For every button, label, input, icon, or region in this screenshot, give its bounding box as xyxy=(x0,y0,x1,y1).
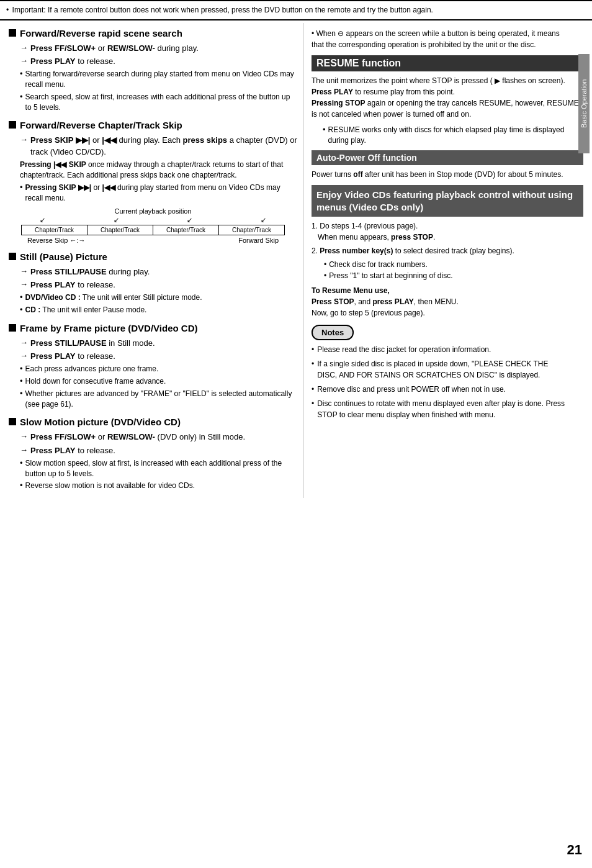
arrow-item: → Press FF/SLOW+ or REW/SLOW- (DVD only)… xyxy=(20,432,297,443)
frame-step2: Press PLAY to release. xyxy=(30,351,115,362)
section-forward-reverse-rapid: Forward/Reverse rapid scene search xyxy=(9,28,297,39)
bullet-item: • Whether pictures are advanced by "FRAM… xyxy=(20,389,297,410)
note4: Disc continues to rotate with menu displ… xyxy=(317,398,568,420)
section-title-still: Still (Pause) Picture xyxy=(20,251,107,263)
still-step1: Press STILL/PAUSE during play. xyxy=(30,266,150,278)
bullet-icon: • xyxy=(20,389,23,398)
note3: Remove disc and press unit POWER off whe… xyxy=(317,384,506,395)
bullet-icon: • xyxy=(20,458,23,468)
notes-header: Notes xyxy=(312,325,354,340)
important-text: Important: If a remote control button do… xyxy=(12,6,433,14)
arrow-item: → Press PLAY to release. xyxy=(20,351,297,362)
resume-content: The unit memorizes the point where STOP … xyxy=(312,75,583,120)
rapid-step1: Press FF/SLOW+ or REW/SLOW- during play. xyxy=(30,43,199,54)
track-cell: Chapter/Track xyxy=(22,225,87,235)
chapter-note1: Pressing SKIP ▶▶| or |◀◀ during play sta… xyxy=(25,183,297,204)
left-column: Forward/Reverse rapid scene search → Pre… xyxy=(0,23,304,498)
bullet-icon: • xyxy=(323,125,326,134)
bullet-item: • Reverse slow motion is not available f… xyxy=(20,481,297,491)
still-step2: Press PLAY to release. xyxy=(30,279,115,291)
bullet-icon: • xyxy=(20,481,23,490)
bullet-item: • CD : The unit will enter Pause mode. xyxy=(20,305,297,315)
arrow4: ↙ xyxy=(261,216,266,224)
important-banner: Important: If a remote control button do… xyxy=(0,0,592,19)
note-bullet: • xyxy=(312,358,314,369)
bullet-item: • Pressing SKIP ▶▶| or |◀◀ during play s… xyxy=(20,183,297,204)
bullet-icon: • xyxy=(20,364,23,373)
section-title-frame: Frame by Frame picture (DVD/Video CD) xyxy=(20,323,197,334)
press-1-text: Press "1" to start at beginning of disc. xyxy=(329,270,452,281)
section-frame-by-frame: Frame by Frame picture (DVD/Video CD) xyxy=(9,323,297,334)
notes-section: Notes • Please read the disc jacket for … xyxy=(312,325,583,420)
frame-note1: Each press advances picture one frame. xyxy=(25,364,159,374)
section-bullet-icon xyxy=(9,121,16,129)
note-bullet: • xyxy=(312,398,314,409)
arrow-item: → Press PLAY to release. xyxy=(20,279,297,291)
arrow2: ↙ xyxy=(114,216,119,224)
auto-power-header: Auto-Power Off function xyxy=(312,150,583,165)
arrow-item: → Press PLAY to release. xyxy=(20,445,297,456)
note-item: • Please read the disc jacket for operat… xyxy=(312,344,568,355)
slow-note1: Slow motion speed, slow at first, is inc… xyxy=(25,458,297,479)
page-container: Important: If a remote control button do… xyxy=(0,0,592,868)
symbol-note: • When ⊖ appears on the screen while a b… xyxy=(312,28,583,50)
section-bullet-icon xyxy=(9,324,16,332)
slow-note2: Reverse slow motion is not available for… xyxy=(25,481,195,491)
bullet-icon: • xyxy=(20,183,23,192)
arrow-item: → Press STILL/PAUSE during play. xyxy=(20,266,297,278)
arrow1: ↙ xyxy=(40,216,45,224)
frame-note3: Whether pictures are advanced by "FRAME"… xyxy=(25,389,297,410)
section-title-rapid: Forward/Reverse rapid scene search xyxy=(20,28,182,39)
frame-step1: Press STILL/PAUSE in Still mode. xyxy=(30,338,155,349)
arrow-icon: → xyxy=(20,445,28,454)
slow-step2: Press PLAY to release. xyxy=(30,445,115,456)
bullet-icon: • xyxy=(20,92,23,101)
arrow-item: → Press PLAY to release. xyxy=(20,56,297,67)
main-content: Forward/Reverse rapid scene search → Pre… xyxy=(0,23,592,498)
bullet-item: • DVD/Video CD : The unit will enter Sti… xyxy=(20,292,297,303)
playback-diagram: Current playback position ↙ ↙ ↙ ↙ Chapte… xyxy=(21,207,285,244)
bullet-icon: • xyxy=(20,305,23,314)
section-bullet-icon xyxy=(9,418,16,425)
arrow-icon: → xyxy=(20,43,28,52)
diagram-arrows: ↙ ↙ ↙ ↙ xyxy=(21,216,285,224)
enjoy-sub2: Press "1" to start at beginning of disc. xyxy=(324,270,583,281)
enjoy-content: 1. Do steps 1-4 (previous page). When me… xyxy=(312,220,583,319)
forward-skip-label: Forward Skip xyxy=(238,237,279,244)
arrow-icon: → xyxy=(20,279,28,289)
track-cell: Chapter/Track xyxy=(219,225,284,235)
rapid-note2: Search speed, slow at first, increases w… xyxy=(25,92,297,113)
reverse-skip-label: Reverse Skip ←:→ xyxy=(27,237,86,244)
arrow-icon: → xyxy=(20,351,28,360)
note-bullet: • xyxy=(312,344,314,355)
notes-content: • Please read the disc jacket for operat… xyxy=(312,344,568,420)
arrow-icon: → xyxy=(20,266,28,276)
right-column: Basic Operation • When ⊖ appears on the … xyxy=(304,23,590,498)
slow-step1: Press FF/SLOW+ or REW/SLOW- (DVD only) i… xyxy=(30,432,245,443)
arrow-icon: → xyxy=(20,135,28,144)
note1: Please read the disc jacket for operatio… xyxy=(317,344,491,355)
arrow-icon: → xyxy=(20,338,28,347)
arrow-item: → Press SKIP ▶▶| or |◀◀ during play. Eac… xyxy=(20,135,297,157)
arrow3: ↙ xyxy=(187,216,192,224)
arrow-icon: → xyxy=(20,56,28,65)
still-note2: CD : The unit will enter Pause mode. xyxy=(25,305,147,315)
still-note1: DVD/Video CD : The unit will enter Still… xyxy=(25,292,202,303)
track-grid: Chapter/Track Chapter/Track Chapter/Trac… xyxy=(21,225,285,235)
rapid-note1: Starting forward/reverse search during p… xyxy=(25,69,297,90)
section-still-pause: Still (Pause) Picture xyxy=(9,251,297,263)
section-bullet-icon xyxy=(9,29,16,37)
bullet-item: • Starting forward/reverse search during… xyxy=(20,69,297,90)
track-cell: Chapter/Track xyxy=(87,225,153,235)
arrow-item: → Press FF/SLOW+ or REW/SLOW- during pla… xyxy=(20,43,297,54)
arrow-icon: → xyxy=(20,432,28,441)
bullet-icon: • xyxy=(20,376,23,386)
note-item: • Disc continues to rotate with menu dis… xyxy=(312,398,568,420)
to-resume: To Resume Menu use, Press STOP, and pres… xyxy=(312,285,583,319)
note-bullet: • xyxy=(312,384,314,395)
enjoy-step2: 2. Press number key(s) to select desired… xyxy=(312,245,583,256)
note-item: • If a single sided disc is placed in up… xyxy=(312,358,568,381)
track-cell: Chapter/Track xyxy=(153,225,219,235)
bullet-icon: • xyxy=(20,292,23,302)
resume-header: RESUME function xyxy=(312,55,583,71)
